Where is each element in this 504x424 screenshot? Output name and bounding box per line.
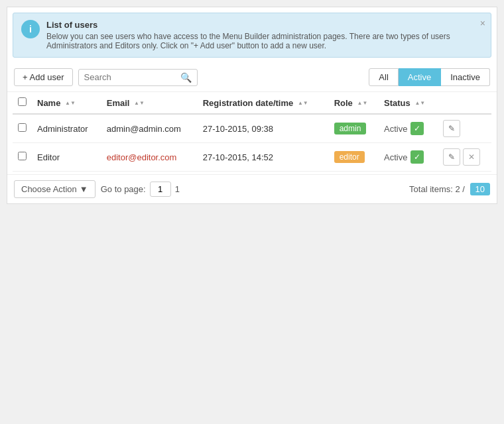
status-toggle-button[interactable]: ✓ — [410, 122, 424, 135]
row-actions: ✎ — [438, 114, 492, 143]
choose-action-button[interactable]: Choose Action ▼ — [14, 180, 95, 198]
choose-action-label: Choose Action — [21, 184, 77, 194]
sort-email-icon: ▲▼ — [134, 101, 145, 106]
toolbar: + Add user 🔍 All Active Inactive — [7, 63, 497, 92]
role-badge: admin — [334, 123, 367, 134]
row-regdate: 27-10-2015, 14:52 — [198, 143, 329, 172]
search-icon: 🔍 — [180, 72, 192, 83]
row-regdate: 27-10-2015, 09:38 — [198, 114, 329, 143]
col-role[interactable]: Role ▲▼ — [329, 92, 379, 114]
edit-button[interactable]: ✎ — [443, 120, 460, 137]
delete-button[interactable]: ✕ — [463, 148, 480, 166]
col-role-label: Role — [334, 98, 353, 108]
status-text: Active — [384, 124, 407, 134]
row-checkbox[interactable] — [18, 123, 27, 132]
row-email: editor@editor.com — [101, 143, 198, 172]
info-icon: i — [21, 20, 40, 38]
filter-inactive-button[interactable]: Inactive — [441, 68, 490, 86]
sort-name-icon: ▲▼ — [65, 101, 76, 106]
table-row: Editoreditor@editor.com27-10-2015, 14:52… — [13, 143, 491, 172]
banner-title: List of users — [46, 20, 483, 30]
role-badge: editor — [334, 151, 365, 163]
banner-close-button[interactable]: × — [480, 19, 485, 28]
total-pages-label: 1 — [175, 184, 180, 194]
col-regdate-label: Registration date/time — [203, 98, 294, 108]
choose-action-chevron: ▼ — [80, 184, 88, 194]
sort-role-icon: ▲▼ — [357, 101, 367, 106]
status-text: Active — [384, 152, 407, 162]
col-actions — [438, 92, 492, 114]
info-text: List of users Below you can see users wh… — [46, 20, 483, 50]
filter-active-button[interactable]: Active — [399, 68, 441, 86]
row-role: admin — [329, 114, 379, 143]
total-items-label: Total items: 2 / — [409, 184, 465, 194]
search-input[interactable] — [84, 72, 180, 82]
page-input[interactable] — [150, 182, 171, 197]
table-body: Administratoradmin@admin.com27-10-2015, … — [13, 114, 491, 172]
row-status: Active✓ — [379, 114, 437, 143]
row-status: Active✓ — [379, 143, 437, 172]
row-role: editor — [329, 143, 379, 172]
total-info: Total items: 2 / 10 — [409, 184, 490, 194]
filter-all-button[interactable]: All — [369, 68, 398, 86]
col-email-label: Email — [107, 98, 130, 108]
col-status[interactable]: Status ▲▼ — [379, 92, 437, 114]
row-checkbox-cell — [13, 143, 32, 172]
table-header-row: Name ▲▼ Email ▲▼ Registration date/time … — [13, 92, 491, 114]
users-table: Name ▲▼ Email ▲▼ Registration date/time … — [13, 92, 491, 172]
col-status-label: Status — [384, 98, 410, 108]
header-checkbox-cell — [13, 92, 32, 114]
pagination: Go to page: 1 — [101, 182, 180, 197]
row-actions: ✎✕ — [438, 143, 492, 172]
col-name[interactable]: Name ▲▼ — [32, 92, 101, 114]
filter-buttons: All Active Inactive — [369, 68, 490, 86]
row-email: admin@admin.com — [101, 114, 198, 143]
search-box: 🔍 — [78, 69, 198, 86]
edit-button[interactable]: ✎ — [443, 148, 460, 166]
table-row: Administratoradmin@admin.com27-10-2015, … — [13, 114, 491, 143]
row-name: Administrator — [32, 114, 101, 143]
sort-regdate-icon: ▲▼ — [298, 101, 308, 106]
row-checkbox-cell — [13, 114, 32, 143]
sort-status-icon: ▲▼ — [414, 101, 425, 106]
table-container: Name ▲▼ Email ▲▼ Registration date/time … — [7, 92, 497, 172]
select-all-checkbox[interactable] — [18, 97, 27, 106]
go-to-page-label: Go to page: — [101, 184, 146, 194]
status-toggle-button[interactable]: ✓ — [410, 150, 424, 164]
row-name: Editor — [32, 143, 101, 172]
col-regdate[interactable]: Registration date/time ▲▼ — [198, 92, 329, 114]
table-footer: Choose Action ▼ Go to page: 1 Total item… — [7, 174, 497, 203]
col-name-label: Name — [37, 98, 60, 108]
per-page-value[interactable]: 10 — [470, 183, 490, 195]
banner-description: Below you can see users who have access … — [46, 32, 483, 50]
add-user-button[interactable]: + Add user — [14, 68, 73, 86]
info-banner: i List of users Below you can see users … — [13, 13, 491, 58]
col-email[interactable]: Email ▲▼ — [101, 92, 198, 114]
page-wrapper: i List of users Below you can see users … — [7, 7, 497, 204]
row-checkbox[interactable] — [18, 152, 27, 160]
